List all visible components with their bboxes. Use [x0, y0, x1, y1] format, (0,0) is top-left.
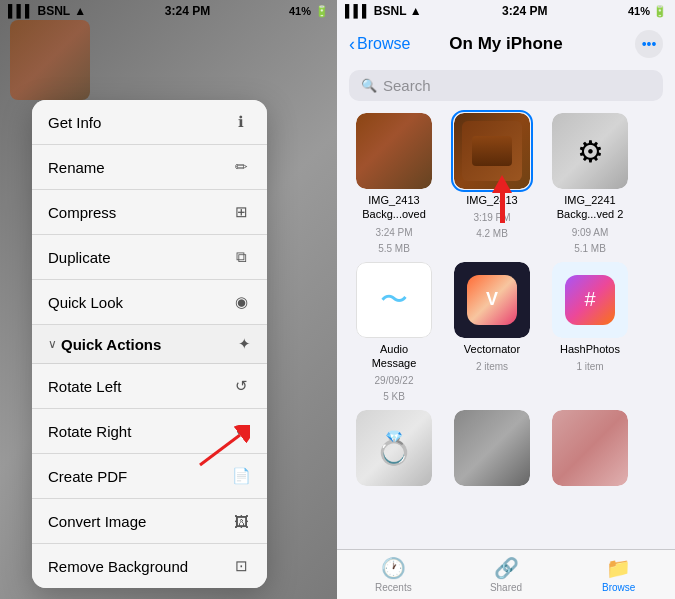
info-icon: ℹ — [231, 112, 251, 132]
recents-icon: 🕐 — [381, 556, 406, 580]
menu-label-create-pdf: Create PDF — [48, 468, 127, 485]
menu-label-rotate-right: Rotate Right — [48, 423, 131, 440]
menu-item-convert-image[interactable]: Convert Image 🖼 — [32, 499, 267, 544]
battery-icon-right: 🔋 — [653, 5, 667, 18]
thumbnail-ring: 💍 — [356, 410, 432, 486]
signal-icon-right: ▌▌▌ — [345, 4, 371, 18]
thumbnail-hashphotos: # — [552, 262, 628, 338]
file-thumb-fabric — [552, 410, 628, 486]
vectornator-app-icon: V — [467, 275, 517, 325]
menu-item-compress[interactable]: Compress ⊞ — [32, 190, 267, 235]
menu-label-remove-background: Remove Background — [48, 558, 188, 575]
menu-label-rename: Rename — [48, 159, 105, 176]
arrow-stem — [500, 193, 505, 223]
file-item-stone[interactable] — [447, 410, 537, 486]
carrier-wifi-left: ▌▌▌ BSNL ▲ — [8, 4, 86, 18]
status-bar-left: ▌▌▌ BSNL ▲ 3:24 PM 41% 🔋 — [0, 0, 337, 22]
file-thumb-vectornator: V — [454, 262, 530, 338]
file-name-img2413-bg: IMG_2413 Backg...oved — [362, 193, 426, 222]
left-panel: ▌▌▌ BSNL ▲ 3:24 PM 41% 🔋 Get Info ℹ Rena… — [0, 0, 337, 599]
menu-item-get-info[interactable]: Get Info ℹ — [32, 100, 267, 145]
file-item-audio[interactable]: 〜 Audio Message 29/09/22 5 KB — [349, 262, 439, 403]
back-label: Browse — [357, 35, 410, 53]
magic-wand-icon: ✦ — [238, 335, 251, 353]
right-panel: ▌▌▌ BSNL ▲ 3:24 PM 41% 🔋 ‹ Browse On My … — [337, 0, 675, 599]
signal-icon-left: ▌▌▌ — [8, 4, 34, 18]
more-icon: ••• — [642, 36, 657, 52]
search-placeholder: Search — [383, 77, 431, 94]
file-thumb-stone — [454, 410, 530, 486]
file-thumb-ring: 💍 — [356, 410, 432, 486]
chevron-icon: ∨ — [48, 337, 57, 351]
convert-image-icon: 🖼 — [231, 511, 251, 531]
menu-label-compress: Compress — [48, 204, 116, 221]
wifi-icon-left: ▲ — [74, 4, 86, 18]
carrier-wifi-right: ▌▌▌ BSNL ▲ — [345, 4, 422, 18]
page-title: On My iPhone — [449, 34, 562, 54]
file-item-ring[interactable]: 💍 — [349, 410, 439, 486]
tab-bar: 🕐 Recents 🔗 Shared 📁 Browse — [337, 549, 675, 599]
tab-shared-label: Shared — [490, 582, 522, 593]
file-item-vectornator[interactable]: V Vectornator 2 items — [447, 262, 537, 403]
thumbnail-fabric — [552, 410, 628, 486]
file-size-img2413: 4.2 MB — [476, 228, 508, 239]
search-bar[interactable]: 🔍 Search — [349, 70, 663, 101]
thumbnail-vectornator: V — [454, 262, 530, 338]
search-icon: 🔍 — [361, 78, 377, 93]
wifi-icon-right: ▲ — [410, 4, 422, 18]
time-left: 3:24 PM — [165, 4, 210, 18]
status-bar-right: ▌▌▌ BSNL ▲ 3:24 PM 41% 🔋 — [337, 0, 675, 22]
nav-bar: ‹ Browse On My iPhone ••• — [337, 22, 675, 66]
menu-item-rename[interactable]: Rename ✏ — [32, 145, 267, 190]
tab-browse-label: Browse — [602, 582, 635, 593]
file-item-img2413-bg[interactable]: IMG_2413 Backg...oved 3:24 PM 5.5 MB — [349, 113, 439, 254]
duplicate-icon: ⧉ — [231, 247, 251, 267]
file-date-img2241: 9:09 AM — [572, 226, 609, 239]
menu-label-convert-image: Convert Image — [48, 513, 146, 530]
quick-actions-header[interactable]: ∨ Quick Actions ✦ — [32, 325, 267, 364]
eye-icon: ◉ — [231, 292, 251, 312]
file-thumb-img2413-bg — [356, 113, 432, 189]
carrier-right: BSNL — [374, 4, 406, 18]
background-thumbnail — [10, 20, 90, 100]
battery-icon-left: 🔋 — [315, 5, 329, 18]
file-name-vectornator: Vectornator — [464, 342, 520, 356]
shared-icon: 🔗 — [494, 556, 519, 580]
time-right: 3:24 PM — [502, 4, 547, 18]
file-date-img2413-bg: 3:24 PM — [375, 226, 412, 239]
file-name-hashphotos: HashPhotos — [560, 342, 620, 356]
menu-label-get-info: Get Info — [48, 114, 101, 131]
red-arrow-up — [492, 175, 512, 223]
battery-left: 41% 🔋 — [289, 5, 329, 18]
tab-recents[interactable]: 🕐 Recents — [337, 556, 450, 593]
browse-icon: 📁 — [606, 556, 631, 580]
menu-label-rotate-left: Rotate Left — [48, 378, 121, 395]
quick-actions-title: Quick Actions — [61, 336, 161, 353]
file-item-img2241[interactable]: ⚙ IMG_2241 Backg...ved 2 9:09 AM 5.1 MB — [545, 113, 635, 254]
menu-item-remove-background[interactable]: Remove Background ⊡ — [32, 544, 267, 588]
menu-label-quick-look: Quick Look — [48, 294, 123, 311]
file-date-vectornator: 2 items — [476, 360, 508, 373]
thumbnail-stone — [454, 410, 530, 486]
file-name-img2241: IMG_2241 Backg...ved 2 — [557, 193, 624, 222]
arrow-annotation-left — [190, 425, 250, 479]
back-button[interactable]: ‹ Browse — [349, 34, 410, 55]
battery-pct-left: 41% — [289, 5, 311, 17]
arrow-head — [492, 175, 512, 193]
file-date-hashphotos: 1 item — [576, 360, 603, 373]
battery-right: 41% 🔋 — [628, 5, 667, 18]
menu-item-quick-look[interactable]: Quick Look ◉ — [32, 280, 267, 325]
menu-item-duplicate[interactable]: Duplicate ⧉ — [32, 235, 267, 280]
file-item-hashphotos[interactable]: # HashPhotos 1 item — [545, 262, 635, 403]
more-button[interactable]: ••• — [635, 30, 663, 58]
tab-shared[interactable]: 🔗 Shared — [450, 556, 563, 593]
thumbnail-bag1 — [356, 113, 432, 189]
file-size-img2241: 5.1 MB — [574, 243, 606, 254]
menu-item-rotate-left[interactable]: Rotate Left ↺ — [32, 364, 267, 409]
context-menu: Get Info ℹ Rename ✏ Compress ⊞ Duplicate… — [32, 100, 267, 588]
file-item-fabric[interactable] — [545, 410, 635, 486]
audio-wave-icon: 〜 — [380, 281, 408, 319]
tab-browse[interactable]: 📁 Browse — [562, 556, 675, 593]
thumbnail-audio: 〜 — [356, 262, 432, 338]
arrow-annotation-right — [492, 175, 512, 223]
